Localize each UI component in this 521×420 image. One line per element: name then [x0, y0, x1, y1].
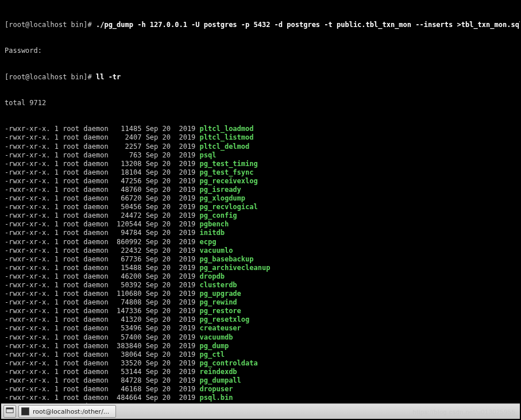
file-row: -rwxr-xr-x. 1 root daemon 46200 Sep 20 2… [5, 272, 516, 281]
file-metadata: -rwxr-xr-x. 1 root daemon 763 Sep 20 201… [5, 151, 200, 159]
file-row: -rwxr-xr-x. 1 root daemon 46168 Sep 20 2… [5, 385, 516, 394]
file-row: -rwxr-xr-x. 1 root daemon 53144 Sep 20 2… [5, 368, 516, 376]
file-metadata: -rwxr-xr-x. 1 root daemon 66720 Sep 20 2… [5, 194, 200, 202]
file-metadata: -rwxr-xr-x. 1 root daemon 46168 Sep 20 2… [5, 385, 200, 393]
file-row: -rwxr-xr-x. 1 root daemon 763 Sep 20 201… [5, 151, 516, 160]
file-name: psql [200, 151, 217, 159]
file-name: clusterdb [200, 281, 237, 289]
file-metadata: -rwxr-xr-x. 1 root daemon 46200 Sep 20 2… [5, 272, 200, 280]
file-name: pgbench [200, 220, 229, 228]
total-line: total 9712 [5, 99, 516, 107]
file-name: pg_isready [200, 186, 241, 194]
file-row: -rwxr-xr-x. 1 root daemon 147336 Sep 20 … [5, 307, 516, 315]
file-metadata: -rwxr-xr-x. 1 root daemon 2407 Sep 20 20… [5, 133, 200, 141]
file-row: -rwxr-xr-x. 1 root daemon 94784 Sep 20 2… [5, 229, 516, 237]
file-metadata: -rwxr-xr-x. 1 root daemon 48760 Sep 20 2… [5, 186, 200, 194]
password-prompt: Password: [5, 47, 516, 55]
file-row: -rwxr-xr-x. 1 root daemon 383840 Sep 20 … [5, 342, 516, 350]
file-row: -rwxr-xr-x. 1 root daemon 860992 Sep 20 … [5, 238, 516, 246]
file-metadata: -rwxr-xr-x. 1 root daemon 15488 Sep 20 2… [5, 264, 200, 272]
file-name: ecpg [200, 238, 217, 246]
file-metadata: -rwxr-xr-x. 1 root daemon 13208 Sep 20 2… [5, 160, 200, 168]
file-row: -rwxr-xr-x. 1 root daemon 38064 Sep 20 2… [5, 350, 516, 359]
file-name: initdb [200, 229, 225, 237]
file-metadata: -rwxr-xr-x. 1 root daemon 57400 Sep 20 2… [5, 333, 200, 341]
file-name: pg_xlogdump [200, 194, 245, 202]
hide-windows-icon [6, 407, 14, 417]
file-name: pg_controldata [200, 359, 258, 367]
file-metadata: -rwxr-xr-x. 1 root daemon 74808 Sep 20 2… [5, 298, 200, 306]
file-metadata: -rwxr-xr-x. 1 root daemon 147336 Sep 20 … [5, 307, 200, 315]
file-row: -rwxr-xr-x. 1 root daemon 11485 Sep 20 2… [5, 125, 516, 133]
file-metadata: -rwxr-xr-x. 1 root daemon 120544 Sep 20 … [5, 220, 200, 228]
file-row: -rwxr-xr-x. 1 root daemon 33520 Sep 20 2… [5, 359, 516, 368]
prompt-line-1: [root@localhost bin]# ./pg_dump -h 127.0… [5, 21, 516, 29]
file-name: vacuumdb [200, 333, 233, 341]
prompt-line-2: [root@localhost bin]# ll -tr [5, 73, 516, 82]
command-text: ./pg_dump -h 127.0.0.1 -U postgres -p 54… [96, 21, 520, 29]
file-row: -rwxr-xr-x. 1 root daemon 120544 Sep 20 … [5, 220, 516, 229]
file-metadata: -rwxr-xr-x. 1 root daemon 53144 Sep 20 2… [5, 368, 200, 376]
prompt-prefix: [root@localhost bin]# [5, 21, 96, 29]
file-row: -rwxr-xr-x. 1 root daemon 24472 Sep 20 2… [5, 211, 516, 220]
file-name: pg_ctl [200, 350, 225, 359]
file-row: -rwxr-xr-x. 1 root daemon 2257 Sep 20 20… [5, 142, 516, 151]
file-metadata: -rwxr-xr-x. 1 root daemon 484664 Sep 20 … [5, 394, 200, 402]
file-metadata: -rwxr-xr-x. 1 root daemon 383840 Sep 20 … [5, 342, 200, 350]
file-row: -rwxr-xr-x. 1 root daemon 2407 Sep 20 20… [5, 133, 516, 142]
taskbar-app-label: root@localhost:/other/... [33, 408, 109, 415]
file-row: -rwxr-xr-x. 1 root daemon 47256 Sep 20 2… [5, 177, 516, 186]
terminal-icon [21, 407, 29, 415]
file-row: -rwxr-xr-x. 1 root daemon 74808 Sep 20 2… [5, 298, 516, 307]
file-name: pltcl_listmod [200, 133, 254, 141]
file-metadata: -rwxr-xr-x. 1 root daemon 110680 Sep 20 … [5, 290, 200, 298]
taskbar-app-terminal[interactable]: root@localhost:/other/... [18, 405, 116, 418]
file-name: pg_upgrade [200, 290, 241, 298]
file-name: pg_receivexlog [200, 177, 258, 185]
file-metadata: -rwxr-xr-x. 1 root daemon 47256 Sep 20 2… [5, 177, 200, 185]
file-name: pg_rewind [200, 298, 237, 306]
file-row: -rwxr-xr-x. 1 root daemon 50456 Sep 20 2… [5, 203, 516, 211]
file-name: pg_basebackup [200, 255, 254, 263]
file-metadata: -rwxr-xr-x. 1 root daemon 33520 Sep 20 2… [5, 359, 200, 367]
file-metadata: -rwxr-xr-x. 1 root daemon 84728 Sep 20 2… [5, 376, 200, 384]
file-row: -rwxr-xr-x. 1 root daemon 110680 Sep 20 … [5, 290, 516, 298]
file-row: -rwxr-xr-x. 1 root daemon 15488 Sep 20 2… [5, 264, 516, 272]
file-name: pg_dump [200, 342, 229, 350]
prompt-prefix: [root@localhost bin]# [5, 73, 96, 81]
file-metadata: -rwxr-xr-x. 1 root daemon 38064 Sep 20 2… [5, 350, 200, 359]
file-metadata: -rwxr-xr-x. 1 root daemon 2257 Sep 20 20… [5, 142, 200, 151]
file-metadata: -rwxr-xr-x. 1 root daemon 50456 Sep 20 2… [5, 203, 200, 211]
file-row: -rwxr-xr-x. 1 root daemon 53496 Sep 20 2… [5, 324, 516, 333]
terminal-window[interactable]: [root@localhost bin]# ./pg_dump -h 127.0… [1, 1, 520, 403]
file-name: pltcl_delmod [200, 142, 250, 151]
file-metadata: -rwxr-xr-x. 1 root daemon 860992 Sep 20 … [5, 238, 200, 246]
file-metadata: -rwxr-xr-x. 1 root daemon 11485 Sep 20 2… [5, 125, 200, 133]
file-metadata: -rwxr-xr-x. 1 root daemon 50392 Sep 20 2… [5, 281, 200, 289]
file-name: pg_archivecleanup [200, 264, 271, 272]
file-row: -rwxr-xr-x. 1 root daemon 66720 Sep 20 2… [5, 194, 516, 203]
file-name: vacuumlo [200, 246, 233, 255]
file-metadata: -rwxr-xr-x. 1 root daemon 94784 Sep 20 2… [5, 229, 200, 237]
taskbar-menu-button[interactable] [3, 405, 16, 418]
file-metadata: -rwxr-xr-x. 1 root daemon 41320 Sep 20 2… [5, 315, 200, 323]
file-name: pg_resetxlog [200, 315, 250, 323]
file-metadata: -rwxr-xr-x. 1 root daemon 53496 Sep 20 2… [5, 324, 200, 332]
file-row: -rwxr-xr-x. 1 root daemon 48760 Sep 20 2… [5, 186, 516, 194]
file-name: psql.bin [200, 394, 233, 402]
file-row: -rwxr-xr-x. 1 root daemon 484664 Sep 20 … [5, 394, 516, 402]
file-listing: -rwxr-xr-x. 1 root daemon 11485 Sep 20 2… [5, 125, 516, 403]
file-name: pg_recvlogical [200, 203, 258, 211]
file-row: -rwxr-xr-x. 1 root daemon 18104 Sep 20 2… [5, 168, 516, 177]
file-row: -rwxr-xr-x. 1 root daemon 22432 Sep 20 2… [5, 246, 516, 255]
file-name: pg_config [200, 211, 237, 219]
file-name: pg_test_fsync [200, 168, 254, 176]
file-metadata: -rwxr-xr-x. 1 root daemon 22432 Sep 20 2… [5, 246, 200, 255]
file-name: dropdb [200, 272, 225, 280]
command-text: ll -tr [96, 73, 121, 81]
file-row: -rwxr-xr-x. 1 root daemon 13208 Sep 20 2… [5, 160, 516, 168]
file-name: pg_dumpall [200, 376, 241, 384]
watermark-text: https://blog.csdn.net/u013025955 [412, 409, 515, 415]
file-row: -rwxr-xr-x. 1 root daemon 41320 Sep 20 2… [5, 315, 516, 324]
file-name: pg_restore [200, 307, 241, 315]
